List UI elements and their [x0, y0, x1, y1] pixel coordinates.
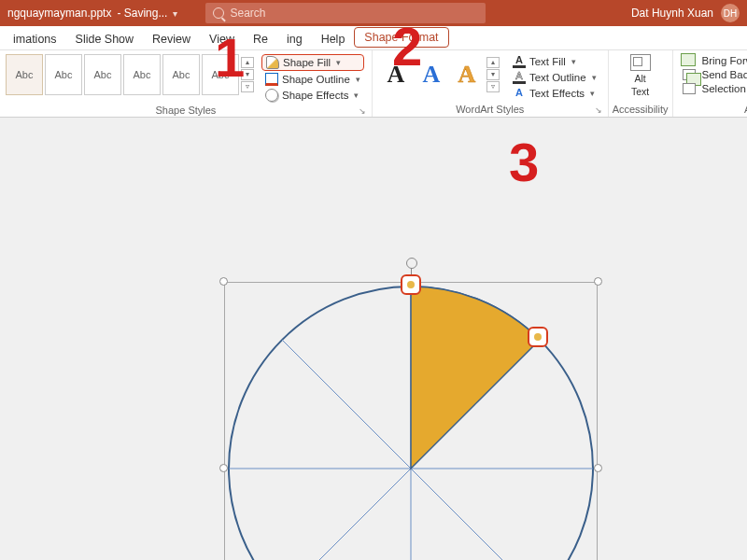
- document-save-status: - Saving...: [117, 7, 167, 20]
- rotate-handle[interactable]: [406, 258, 417, 269]
- slide-canvas[interactable]: [0, 118, 747, 560]
- selection-pane-icon: [683, 83, 696, 94]
- group-shape-styles: Abc Abc Abc Abc Abc Abc ▴▾▿ Shape Fill ▾…: [0, 50, 373, 117]
- tab-animations[interactable]: imations: [4, 28, 66, 49]
- group-accessibility: Alt Text Accessibility: [609, 50, 673, 117]
- adjust-handle-end[interactable]: [528, 327, 548, 347]
- group-label-shape-styles: Shape Styles ↘: [4, 105, 368, 118]
- user-name: Dat Huynh Xuan: [631, 7, 713, 20]
- wordart-swatch[interactable]: A: [451, 56, 483, 93]
- chevron-down-icon: ▾: [571, 57, 576, 66]
- search-box[interactable]: Search: [205, 3, 486, 23]
- annotation-3: 3: [509, 131, 539, 193]
- annotation-1: 1: [215, 26, 245, 89]
- chevron-down-icon[interactable]: ▾: [173, 8, 177, 19]
- send-backward-icon: [683, 69, 696, 80]
- dialog-launcher-icon[interactable]: ↘: [359, 106, 366, 116]
- text-effects-icon: A: [513, 87, 526, 100]
- style-swatch[interactable]: Abc: [6, 54, 43, 95]
- avatar[interactable]: DH: [721, 4, 740, 22]
- chevron-down-icon: ▾: [336, 58, 341, 67]
- tab-help[interactable]: Help: [312, 28, 355, 49]
- text-fill-label: Text Fill: [529, 56, 566, 67]
- tab-recording-right[interactable]: ing: [277, 28, 312, 49]
- alt-text-label: Text: [631, 86, 649, 97]
- paint-bucket-icon: [266, 56, 279, 69]
- tab-review[interactable]: Review: [143, 28, 200, 49]
- ribbon-tabs: imations Slide Show Review View Re ing H…: [0, 26, 747, 50]
- group-arrange: Bring Forward▾ Send Backward▾ Selection …: [673, 50, 747, 117]
- gallery-more[interactable]: ▴▾▿: [486, 57, 500, 92]
- bring-forward-button[interactable]: Bring Forward▾: [679, 54, 747, 67]
- text-effects-button[interactable]: A Text Effects▾: [509, 86, 600, 101]
- alt-text-label: Alt: [634, 73, 645, 84]
- alt-text-button[interactable]: Alt Text: [623, 52, 658, 99]
- text-tools: A Text Fill▾ A Text Outline▾ A Text Effe…: [505, 52, 604, 103]
- annotation-2: 2: [392, 15, 422, 77]
- text-effects-label: Text Effects: [529, 88, 585, 99]
- chevron-down-icon: ▾: [356, 75, 360, 84]
- search-placeholder: Search: [230, 7, 265, 20]
- account-menu[interactable]: Dat Huynh Xuan DH: [631, 4, 740, 22]
- adjust-handle-dot: [534, 333, 542, 341]
- dialog-launcher-icon[interactable]: ↘: [595, 105, 602, 115]
- shape-tools: Shape Fill ▾ Shape Outline ▾ Shape Effec…: [258, 52, 368, 105]
- selected-shape[interactable]: [224, 282, 598, 560]
- style-swatch[interactable]: Abc: [123, 54, 161, 95]
- document-filename: ngquaymayman.pptx: [7, 7, 111, 20]
- title-bar: ngquaymayman.pptx - Saving... ▾ Search D…: [0, 0, 747, 26]
- text-outline-label: Text Outline: [529, 72, 586, 83]
- group-label-accessibility: Accessibility: [613, 104, 669, 117]
- shape-fill-button[interactable]: Shape Fill ▾: [261, 54, 364, 71]
- send-backward-button[interactable]: Send Backward▾: [679, 68, 747, 81]
- shape-effects-button[interactable]: Shape Effects ▾: [261, 88, 364, 103]
- ribbon: Abc Abc Abc Abc Abc Abc ▴▾▿ Shape Fill ▾…: [0, 50, 747, 118]
- style-swatch[interactable]: Abc: [84, 54, 121, 95]
- effects-icon: [265, 89, 278, 102]
- shape-outline-button[interactable]: Shape Outline ▾: [261, 72, 364, 87]
- style-swatch[interactable]: Abc: [45, 54, 82, 95]
- shape-outline-label: Shape Outline: [282, 74, 350, 85]
- search-icon: [213, 7, 224, 19]
- text-fill-icon: A: [513, 55, 526, 68]
- chevron-down-icon: ▾: [354, 91, 359, 100]
- text-outline-button[interactable]: A Text Outline▾: [509, 70, 600, 85]
- tab-recording-left[interactable]: Re: [244, 28, 277, 49]
- group-label-arrange: Arrange: [677, 104, 747, 117]
- text-fill-button[interactable]: A Text Fill▾: [509, 54, 600, 69]
- pie-shape[interactable]: [224, 282, 598, 560]
- title-filename[interactable]: ngquaymayman.pptx - Saving... ▾: [7, 7, 177, 20]
- chevron-down-icon: ▾: [590, 89, 595, 98]
- alt-text-icon: [630, 54, 651, 71]
- selection-pane-button[interactable]: Selection Pane: [679, 82, 747, 95]
- resize-handle[interactable]: [219, 277, 228, 286]
- style-swatch[interactable]: Abc: [162, 54, 200, 95]
- text-outline-icon: A: [513, 71, 526, 84]
- tab-slide-show[interactable]: Slide Show: [66, 28, 144, 49]
- bring-forward-icon: [683, 55, 696, 66]
- pen-outline-icon: [265, 73, 278, 86]
- chevron-down-icon: ▾: [592, 73, 597, 82]
- arrange-tools: Bring Forward▾ Send Backward▾ Selection …: [677, 52, 747, 97]
- shape-effects-label: Shape Effects: [282, 90, 348, 101]
- group-label-wordart: WordArt Styles ↘: [376, 104, 604, 117]
- adjust-handle-dot: [407, 281, 415, 288]
- resize-handle[interactable]: [219, 464, 228, 472]
- resize-handle[interactable]: [594, 464, 602, 472]
- adjust-handle-start[interactable]: [401, 274, 421, 295]
- shape-fill-label: Shape Fill: [283, 57, 331, 68]
- resize-handle[interactable]: [594, 277, 602, 286]
